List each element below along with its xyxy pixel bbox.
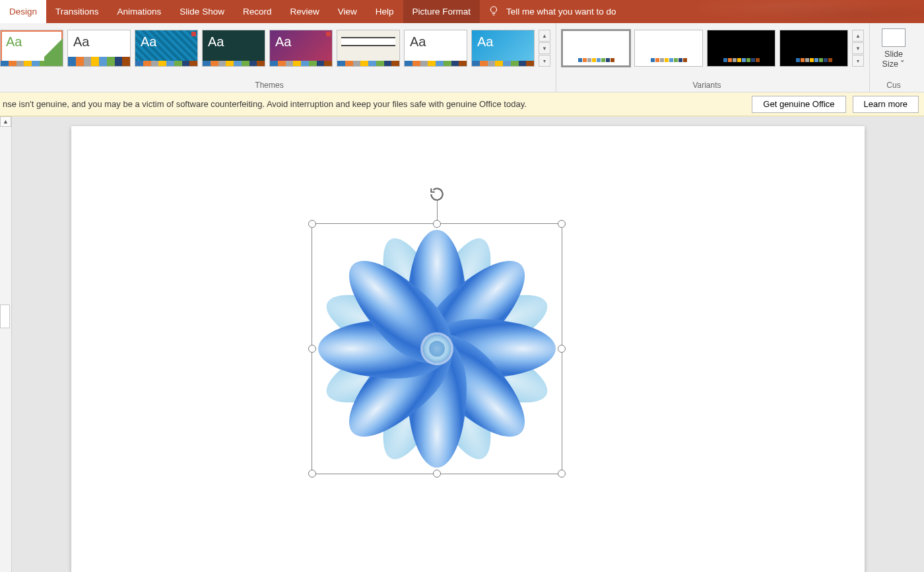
group-customize: Slide Size ˅ Cus xyxy=(875,23,909,92)
group-separator xyxy=(869,23,870,92)
themes-scroll-up[interactable]: ▲ xyxy=(539,30,550,42)
resize-handle-b[interactable] xyxy=(433,470,441,478)
tell-me-search[interactable]: Tell me what you want to do xyxy=(480,0,624,23)
theme-aa-label: Aa xyxy=(270,30,332,50)
theme-thumb-0[interactable]: Aa xyxy=(0,30,63,67)
theme-color-stripe xyxy=(405,61,467,66)
variant-swatches xyxy=(651,58,687,62)
variants-more[interactable]: ▾ xyxy=(852,55,864,67)
theme-color-stripe xyxy=(472,61,534,66)
theme-color-stripe xyxy=(68,57,130,66)
variant-thumb-1[interactable] xyxy=(634,30,703,67)
resize-handle-t[interactable] xyxy=(433,220,441,228)
theme-color-stripe xyxy=(135,61,197,66)
theme-color-stripe xyxy=(270,61,332,66)
variants-gallery xyxy=(562,23,852,67)
theme-color-stripe xyxy=(203,61,265,66)
group-label-customize: Cus xyxy=(886,81,900,92)
theme-aa-label: Aa xyxy=(472,30,534,50)
slide-canvas-area[interactable] xyxy=(12,116,924,572)
theme-thumb-4[interactable]: Aa xyxy=(269,30,333,67)
thumbnail-placeholder xyxy=(0,304,10,328)
picture-selection-box[interactable] xyxy=(312,223,562,474)
tab-picture-format[interactable]: Picture Format xyxy=(403,0,480,23)
svg-point-0 xyxy=(491,7,497,13)
tab-record[interactable]: Record xyxy=(234,0,281,23)
resize-handle-r[interactable] xyxy=(558,345,566,353)
variant-swatches xyxy=(723,58,760,62)
themes-scroll-down[interactable]: ▼ xyxy=(539,42,550,54)
thumbnails-scroll-up[interactable]: ▲ xyxy=(0,116,11,127)
variant-thumb-0[interactable] xyxy=(562,30,630,67)
resize-handle-tl[interactable] xyxy=(308,220,316,228)
resize-handle-l[interactable] xyxy=(308,345,316,353)
theme-thumb-3[interactable]: Aa xyxy=(202,30,265,67)
slide-size-icon xyxy=(882,28,906,47)
theme-aa-label: Aa xyxy=(135,30,197,50)
slide-thumbnails-pane[interactable]: ▲ xyxy=(0,116,12,572)
variant-swatches xyxy=(578,58,614,62)
resize-handle-br[interactable] xyxy=(558,470,566,478)
theme-accent xyxy=(44,30,63,66)
rotate-icon xyxy=(428,186,446,205)
group-variants: Variants xyxy=(562,23,852,92)
tab-review[interactable]: Review xyxy=(280,0,328,23)
group-label-variants: Variants xyxy=(562,81,852,92)
slide-size-label2: Size ˅ xyxy=(882,59,906,69)
group-label-themes: Themes xyxy=(0,81,539,92)
slide[interactable] xyxy=(71,126,865,572)
license-notice-text: nse isn't genuine, and you may be a vict… xyxy=(0,99,527,109)
theme-thumb-5[interactable]: Aa xyxy=(337,30,400,67)
pin-icon xyxy=(326,32,331,36)
tab-animations[interactable]: Animations xyxy=(108,0,171,23)
group-separator xyxy=(556,23,556,92)
tab-view[interactable]: View xyxy=(329,0,366,23)
lightbulb-icon xyxy=(488,5,500,18)
theme-banner xyxy=(341,37,395,46)
theme-aa-label: Aa xyxy=(203,30,265,50)
ribbon-tabs: Design Transitions Animations Slide Show… xyxy=(0,0,924,23)
flower-center xyxy=(423,335,451,363)
pin-icon xyxy=(191,32,196,36)
variants-scroll-up[interactable]: ▲ xyxy=(852,30,864,42)
variant-thumb-3[interactable] xyxy=(779,30,848,67)
themes-scroll: ▲ ▼ ▾ xyxy=(539,30,550,67)
get-genuine-office-button[interactable]: Get genuine Office xyxy=(752,96,845,113)
license-notice-bar: nse isn't genuine, and you may be a vict… xyxy=(0,92,924,116)
variant-swatches xyxy=(796,58,832,62)
work-area: ▲ xyxy=(0,116,924,572)
tab-transitions[interactable]: Transitions xyxy=(46,0,108,23)
theme-thumb-2[interactable]: Aa xyxy=(135,30,198,67)
resize-handle-bl[interactable] xyxy=(308,470,316,478)
themes-more[interactable]: ▾ xyxy=(539,55,550,67)
learn-more-button[interactable]: Learn more xyxy=(853,96,919,113)
flower-picture[interactable] xyxy=(312,224,562,474)
variant-thumb-2[interactable] xyxy=(707,30,776,67)
resize-handle-tr[interactable] xyxy=(558,220,566,228)
variants-scroll: ▲ ▼ ▾ xyxy=(852,30,864,67)
themes-gallery: AaAaAaAaAaAaAaAa xyxy=(0,23,539,67)
theme-thumb-7[interactable]: Aa xyxy=(471,30,535,67)
theme-color-stripe xyxy=(337,61,399,66)
tab-design[interactable]: Design xyxy=(0,0,46,23)
theme-thumb-1[interactable]: Aa xyxy=(67,30,131,67)
theme-thumb-6[interactable]: Aa xyxy=(404,30,467,67)
theme-aa-label: Aa xyxy=(405,30,467,50)
theme-aa-label: Aa xyxy=(68,30,130,50)
slide-size-button[interactable]: Slide Size ˅ xyxy=(882,28,906,69)
rotate-handle[interactable] xyxy=(428,187,446,204)
slide-size-label1: Slide xyxy=(884,50,903,59)
variants-scroll-down[interactable]: ▼ xyxy=(852,42,864,54)
group-themes: AaAaAaAaAaAaAaAa Themes xyxy=(0,23,539,92)
tell-me-placeholder: Tell me what you want to do xyxy=(506,7,616,17)
tab-help[interactable]: Help xyxy=(366,0,403,23)
ribbon-body: AaAaAaAaAaAaAaAa Themes ▲ ▼ ▾ Variants ▲… xyxy=(0,23,924,92)
tab-slideshow[interactable]: Slide Show xyxy=(170,0,234,23)
